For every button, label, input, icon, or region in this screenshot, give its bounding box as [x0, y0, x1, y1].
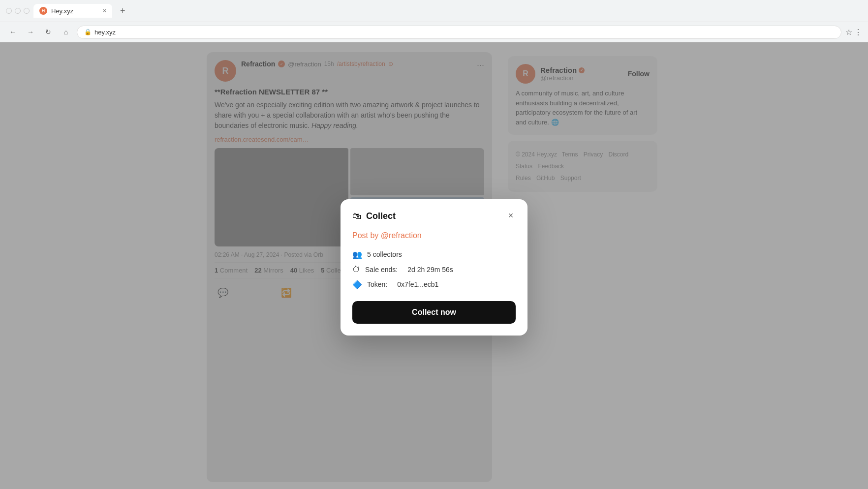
modal-token-label: Token: — [367, 280, 387, 288]
tab-close-button[interactable]: × — [103, 7, 106, 14]
modal-overlay[interactable]: 🛍 Collect × Post by @refraction 👥 5 coll… — [0, 42, 868, 489]
tab-favicon: H — [39, 7, 47, 15]
browser-toolbar: ← → ↻ ⌂ 🔒 hey.xyz ☆ ⋮ — [0, 22, 868, 42]
modal-sale-row: ⏱ Sale ends: 2d 2h 29m 56s — [352, 265, 516, 274]
modal-token-row: 🔷 Token: 0x7fe1...ecb1 — [352, 280, 516, 289]
bookmark-icon[interactable]: ☆ — [845, 28, 852, 37]
collect-now-button[interactable]: Collect now — [352, 301, 516, 324]
window-minimize-dot[interactable] — [15, 8, 21, 14]
back-button[interactable]: ← — [6, 25, 20, 39]
modal-collectors-row: 👥 5 collectors — [352, 250, 516, 259]
modal-sale-label: Sale ends: — [365, 266, 398, 274]
modal-collectors-label: 5 collectors — [367, 250, 402, 258]
home-button[interactable]: ⌂ — [59, 25, 73, 39]
modal-collect-icon: 🛍 — [352, 211, 361, 221]
modal-title: Collect — [366, 211, 396, 221]
sale-clock-icon: ⏱ — [352, 265, 360, 274]
browser-more-icon[interactable]: ⋮ — [854, 28, 862, 37]
modal-post-by: Post by @refraction — [352, 231, 516, 240]
address-text: hey.xyz — [94, 29, 116, 36]
browser-window-controls — [6, 8, 30, 14]
browser-action-buttons: ☆ ⋮ — [845, 28, 862, 37]
window-maximize-dot[interactable] — [24, 8, 30, 14]
tab-title: Hey.xyz — [51, 7, 73, 15]
modal-token-value: 0x7fe1...ecb1 — [397, 280, 438, 288]
token-icon: 🔷 — [352, 280, 362, 289]
modal-post-handle: @refraction — [381, 231, 422, 240]
browser-tab[interactable]: H Hey.xyz × — [33, 4, 112, 18]
modal-close-button[interactable]: × — [504, 209, 518, 223]
forward-button[interactable]: → — [24, 25, 37, 39]
window-close-dot[interactable] — [6, 8, 12, 14]
browser-titlebar: H Hey.xyz × + — [0, 0, 868, 22]
refresh-button[interactable]: ↻ — [41, 25, 55, 39]
new-tab-button[interactable]: + — [116, 6, 129, 16]
browser-chrome: H Hey.xyz × + ← → ↻ ⌂ 🔒 hey.xyz ☆ ⋮ — [0, 0, 868, 42]
collect-modal: 🛍 Collect × Post by @refraction 👥 5 coll… — [341, 199, 527, 336]
collectors-icon: 👥 — [352, 250, 362, 259]
lock-icon: 🔒 — [84, 29, 92, 35]
modal-header: 🛍 Collect — [352, 211, 516, 221]
main-content: R Refraction ✓ @refraction 15h /artistsb… — [0, 42, 868, 489]
address-bar[interactable]: 🔒 hey.xyz — [77, 26, 841, 39]
modal-sale-time: 2d 2h 29m 56s — [407, 266, 453, 274]
